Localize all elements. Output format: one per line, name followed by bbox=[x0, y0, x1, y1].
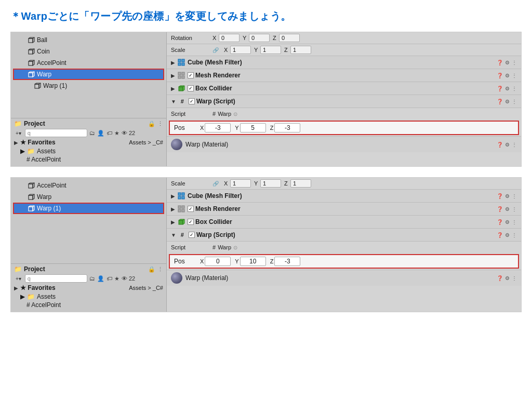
clock-icon: ⊙ bbox=[233, 111, 237, 117]
lock-icon[interactable]: 🔒 bbox=[148, 121, 155, 127]
component-checkbox[interactable]: ✓ bbox=[188, 206, 194, 212]
more-icon[interactable]: ⋮ bbox=[512, 219, 517, 225]
help-icon[interactable]: ❓ bbox=[497, 193, 503, 199]
list-item[interactable]: AccelPoint bbox=[11, 180, 166, 191]
list-item[interactable]: ▶ 📁 Assets bbox=[18, 147, 159, 155]
component-checkbox[interactable]: ✓ bbox=[188, 219, 194, 225]
component-checkbox[interactable]: ✓ bbox=[188, 72, 194, 78]
list-item[interactable]: Coin bbox=[11, 46, 166, 57]
x-value[interactable]: 1 bbox=[230, 46, 251, 54]
y-input[interactable]: 10 bbox=[240, 257, 266, 266]
component-name: Cube (Mesh Filter) bbox=[188, 192, 497, 200]
help-icon[interactable]: ❓ bbox=[497, 99, 503, 104]
help-icon[interactable]: ❓ bbox=[497, 73, 503, 78]
component-checkbox[interactable]: ✓ bbox=[188, 85, 194, 91]
user-icon[interactable]: 👤 bbox=[97, 275, 104, 282]
component-checkbox[interactable]: ✓ bbox=[189, 98, 195, 104]
list-item[interactable]: AccelPoint bbox=[11, 57, 166, 69]
more-icon[interactable]: ⋮ bbox=[512, 60, 517, 65]
x-input[interactable]: 0 bbox=[205, 257, 231, 266]
component-checkbox[interactable]: ✓ bbox=[189, 232, 195, 238]
settings-icon[interactable]: ⚙ bbox=[505, 99, 510, 104]
add-button[interactable]: +▾ bbox=[14, 275, 23, 282]
selected-list-item[interactable]: Warp (1) bbox=[13, 203, 164, 214]
star-icon[interactable]: ★ bbox=[114, 130, 119, 137]
expand-arrow[interactable]: ▶ bbox=[171, 219, 175, 225]
settings-icon[interactable]: ⚙ bbox=[505, 206, 510, 212]
list-item[interactable]: Ball bbox=[11, 34, 166, 46]
expand-arrow[interactable]: ▶ bbox=[14, 140, 18, 145]
menu-icon[interactable]: ⋮ bbox=[157, 266, 163, 273]
tag-icon[interactable]: 🏷 bbox=[107, 130, 112, 136]
list-item[interactable]: Warp (1) bbox=[11, 80, 166, 91]
folder-view-icon[interactable]: 🗂 bbox=[89, 130, 95, 136]
help-icon[interactable]: ❓ bbox=[497, 206, 503, 212]
y-value[interactable]: 0 bbox=[249, 34, 270, 42]
expand-arrow[interactable]: ▶ bbox=[171, 206, 175, 212]
expand-arrow[interactable]: ▼ bbox=[171, 232, 176, 238]
y-input[interactable]: 5 bbox=[240, 123, 266, 132]
z-input[interactable]: -3 bbox=[274, 123, 300, 132]
settings-icon[interactable]: ⚙ bbox=[505, 193, 510, 199]
expand-arrow[interactable]: ▼ bbox=[171, 99, 176, 104]
list-item[interactable]: # AccelPoint bbox=[18, 155, 159, 164]
expand-arrow[interactable]: ▶ bbox=[171, 86, 175, 91]
expand-arrow[interactable]: ▶ bbox=[171, 193, 175, 199]
search-input[interactable]: q bbox=[25, 129, 87, 137]
list-item[interactable]: Warp bbox=[11, 191, 166, 203]
expand-arrow[interactable]: ▶ bbox=[14, 285, 18, 291]
help-icon[interactable]: ❓ bbox=[497, 86, 503, 91]
component-name: Mesh Renderer bbox=[195, 205, 497, 212]
settings-icon[interactable]: ⚙ bbox=[505, 86, 510, 91]
settings-icon[interactable]: ⚙ bbox=[505, 142, 510, 148]
settings-icon[interactable]: ⚙ bbox=[505, 219, 510, 225]
list-item[interactable]: ▶ 📁 Assets bbox=[18, 292, 159, 301]
tag-icon[interactable]: 🏷 bbox=[107, 275, 112, 282]
expand-arrow[interactable]: ▶ bbox=[171, 60, 175, 65]
help-icon[interactable]: ❓ bbox=[497, 142, 503, 148]
help-icon[interactable]: ❓ bbox=[497, 219, 503, 225]
star-icon[interactable]: ★ bbox=[114, 275, 119, 282]
z-value[interactable]: 1 bbox=[290, 46, 311, 54]
add-button[interactable]: +▾ bbox=[14, 130, 23, 137]
more-icon[interactable]: ⋮ bbox=[512, 206, 517, 212]
more-icon[interactable]: ⋮ bbox=[512, 142, 517, 148]
list-item[interactable]: # AccelPoint bbox=[18, 301, 159, 309]
expand-arrow[interactable]: ▶ bbox=[171, 73, 175, 78]
favorites-label[interactable]: ★ Favorites bbox=[20, 139, 56, 146]
help-icon[interactable]: ❓ bbox=[497, 275, 503, 281]
more-icon[interactable]: ⋮ bbox=[512, 232, 517, 238]
y-value[interactable]: 1 bbox=[260, 46, 281, 54]
more-icon[interactable]: ⋮ bbox=[512, 73, 517, 78]
selected-list-item[interactable]: Warp bbox=[13, 69, 164, 80]
help-icon[interactable]: ❓ bbox=[497, 232, 503, 238]
more-icon[interactable]: ⋮ bbox=[512, 275, 517, 281]
x-value[interactable]: 1 bbox=[230, 179, 251, 188]
search-input[interactable]: q bbox=[25, 274, 87, 283]
x-value[interactable]: 0 bbox=[219, 34, 240, 42]
y-axis-label: Y bbox=[254, 47, 259, 53]
z-value[interactable]: 0 bbox=[279, 34, 300, 42]
user-icon[interactable]: 👤 bbox=[97, 130, 104, 137]
help-icon[interactable]: ❓ bbox=[497, 60, 503, 65]
z-value[interactable]: 1 bbox=[290, 179, 311, 188]
y-value[interactable]: 1 bbox=[260, 179, 281, 188]
more-icon[interactable]: ⋮ bbox=[512, 193, 517, 199]
folder-icon: 📁 bbox=[27, 148, 35, 155]
svg-rect-3 bbox=[29, 50, 33, 54]
component-row-mesh-renderer: ▶ ✓ Mesh Renderer ❓ ⚙ ⋮ bbox=[167, 69, 521, 82]
more-icon[interactable]: ⋮ bbox=[512, 86, 517, 91]
settings-icon[interactable]: ⚙ bbox=[505, 232, 510, 238]
component-controls: ❓ ⚙ ⋮ bbox=[497, 219, 517, 225]
settings-icon[interactable]: ⚙ bbox=[505, 60, 510, 65]
folder-view-icon[interactable]: 🗂 bbox=[89, 275, 95, 282]
settings-icon[interactable]: ⚙ bbox=[505, 73, 510, 78]
more-icon[interactable]: ⋮ bbox=[512, 99, 517, 104]
z-input[interactable]: -3 bbox=[274, 257, 300, 266]
settings-icon[interactable]: ⚙ bbox=[505, 275, 510, 281]
x-input[interactable]: -3 bbox=[205, 123, 231, 132]
favorites-label[interactable]: ★ Favorites bbox=[20, 284, 56, 291]
lock-icon[interactable]: 🔒 bbox=[148, 266, 155, 273]
menu-icon[interactable]: ⋮ bbox=[157, 121, 163, 127]
project-icons: 🔒 ⋮ bbox=[148, 121, 163, 127]
